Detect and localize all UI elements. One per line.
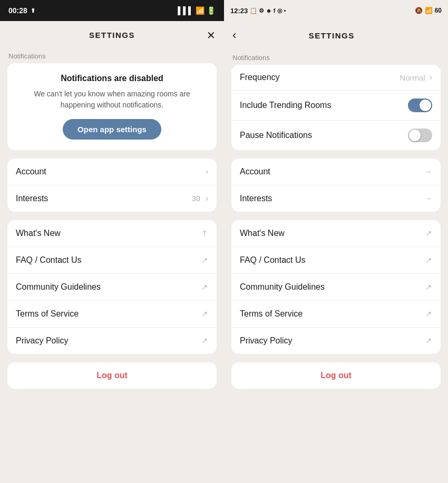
- right-links-section: What's New ↗ FAQ / Contact Us ↗ Communit…: [231, 220, 441, 354]
- left-header: SETTINGS ✕: [0, 21, 224, 46]
- left-whats-new-right: ↗: [201, 229, 208, 238]
- external-link-icon-4: ↗: [201, 309, 208, 319]
- right-tos-right: ↗: [425, 309, 432, 319]
- right-trending-label: Include Trending Rooms: [240, 101, 331, 110]
- right-privacy-right: ↗: [425, 336, 432, 346]
- left-account-label: Account: [16, 167, 46, 176]
- right-logout-section: Log out: [231, 362, 441, 389]
- ext-icon-2: ↗: [425, 255, 432, 265]
- wifi-icon-right: 📶: [425, 7, 433, 14]
- right-status-icons: 📋 ⚙ ☻ f ◎ •: [250, 7, 286, 14]
- smiley-icon: ☻: [266, 7, 272, 14]
- left-faq-right: ↗: [201, 255, 208, 265]
- facebook-icon: f: [274, 7, 276, 14]
- left-faq-item[interactable]: FAQ / Contact Us ↗: [7, 247, 217, 274]
- left-community-right: ↗: [201, 282, 208, 292]
- left-tos-item[interactable]: Terms of Service ↗: [7, 301, 217, 328]
- ext-icon-3: ↗: [425, 282, 432, 292]
- left-interests-label: Interests: [16, 194, 48, 203]
- chevron-right-interests: →: [424, 194, 432, 203]
- right-faq-label: FAQ / Contact Us: [240, 255, 305, 265]
- left-account-item[interactable]: Account ›: [7, 159, 217, 185]
- left-account-right: ›: [206, 167, 208, 176]
- left-privacy-label: Privacy Policy: [16, 336, 69, 346]
- frequency-value: Normal: [400, 73, 425, 82]
- close-button[interactable]: ✕: [207, 29, 216, 42]
- right-frequency-row[interactable]: Frequency Normal ›: [231, 65, 441, 91]
- left-whats-new-item[interactable]: What's New ↗: [7, 220, 217, 247]
- right-community-right: ↗: [425, 282, 432, 292]
- chevron-right-account: →: [424, 167, 432, 176]
- instagram-icon: ◎: [277, 7, 283, 14]
- battery-icon: 🔋: [207, 6, 216, 15]
- right-pause-label: Pause Notifications: [240, 131, 312, 140]
- ext-icon-4: ↗: [425, 309, 432, 319]
- right-panel: 12:23 📋 ⚙ ☻ f ◎ • 🔕 📶 60 ‹ SETTINGS Noti…: [224, 0, 448, 483]
- right-tos-label: Terms of Service: [240, 309, 303, 319]
- right-title: SETTINGS: [240, 31, 423, 40]
- left-whats-new-label: What's New: [16, 229, 61, 238]
- external-link-icon-1: ↗: [199, 228, 211, 239]
- left-privacy-item[interactable]: Privacy Policy ↗: [7, 328, 217, 354]
- right-faq-item[interactable]: FAQ / Contact Us ↗: [231, 247, 441, 274]
- right-logout-button[interactable]: Log out: [231, 362, 441, 389]
- time-right: 12:23: [230, 7, 248, 15]
- gear-icon-status: ⚙: [259, 7, 264, 14]
- back-button[interactable]: ‹: [232, 28, 240, 42]
- ext-icon-5: ↗: [425, 336, 432, 346]
- card-body: We can't let you know when amazing rooms…: [16, 88, 208, 111]
- right-community-label: Community Guidelines: [240, 282, 325, 292]
- chevron-right-icon-interests: ›: [206, 194, 208, 203]
- left-tos-label: Terms of Service: [16, 309, 79, 319]
- pause-toggle[interactable]: [408, 129, 432, 142]
- left-logout-button[interactable]: Log out: [7, 362, 217, 389]
- right-pause-row: Pause Notifications: [231, 121, 441, 150]
- right-community-item[interactable]: Community Guidelines ↗: [231, 274, 441, 301]
- right-frequency-right: Normal ›: [400, 73, 432, 82]
- clipboard-icon: 📋: [250, 7, 257, 14]
- right-account-item[interactable]: Account →: [231, 159, 441, 185]
- right-whats-new-item[interactable]: What's New ↗: [231, 220, 441, 247]
- left-notifications-label: Notifications: [0, 48, 224, 63]
- right-frequency-label: Frequency: [240, 73, 280, 82]
- right-interests-item[interactable]: Interests →: [231, 185, 441, 212]
- trending-toggle[interactable]: [408, 98, 432, 112]
- right-tos-item[interactable]: Terms of Service ↗: [231, 301, 441, 328]
- right-trending-row: Include Trending Rooms: [231, 91, 441, 121]
- right-interests-right: →: [424, 194, 432, 203]
- card-title: Notifications are disabled: [16, 74, 208, 83]
- right-account-right: →: [424, 167, 432, 176]
- right-scroll-content: Notifications Frequency Normal › Include…: [224, 47, 448, 483]
- status-bar-left: 00:28 ⬆ ▌▌▌ 📶 🔋: [0, 0, 224, 21]
- right-interests-label: Interests: [240, 194, 272, 203]
- left-interests-item[interactable]: Interests 30 ›: [7, 185, 217, 212]
- chevron-right-frequency: ›: [430, 73, 432, 82]
- left-panel: 00:28 ⬆ ▌▌▌ 📶 🔋 SETTINGS ✕ Notifications…: [0, 0, 224, 483]
- open-app-settings-button[interactable]: Open app settings: [63, 119, 161, 140]
- left-community-item[interactable]: Community Guidelines ↗: [7, 274, 217, 301]
- right-notifications-section: Frequency Normal › Include Trending Room…: [231, 65, 441, 150]
- left-title: SETTINGS: [89, 31, 135, 40]
- left-links-section: What's New ↗ FAQ / Contact Us ↗ Communit…: [7, 220, 217, 354]
- external-link-icon-5: ↗: [201, 336, 208, 346]
- location-icon: ⬆: [31, 7, 35, 14]
- right-account-label: Account: [240, 167, 270, 176]
- left-interests-right: 30 ›: [192, 194, 208, 203]
- wifi-icon: 📶: [196, 6, 204, 15]
- external-link-icon-3: ↗: [201, 282, 208, 292]
- status-icons-left: ▌▌▌ 📶 🔋: [178, 6, 216, 15]
- battery-icon-right: 60: [435, 7, 442, 14]
- left-tos-right: ↗: [201, 309, 208, 319]
- right-privacy-label: Privacy Policy: [240, 336, 293, 346]
- dot-icon: •: [284, 7, 286, 14]
- left-scroll-content: Notifications Notifications are disabled…: [0, 46, 224, 483]
- right-faq-right: ↗: [425, 255, 432, 265]
- mute-icon: 🔕: [415, 7, 423, 14]
- left-community-label: Community Guidelines: [16, 282, 101, 292]
- ext-icon-1: ↗: [425, 229, 432, 238]
- right-account-section: Account → Interests →: [231, 159, 441, 212]
- external-link-icon-2: ↗: [201, 255, 208, 265]
- right-whats-new-right: ↗: [425, 229, 432, 238]
- right-privacy-item[interactable]: Privacy Policy ↗: [231, 328, 441, 354]
- right-whats-new-label: What's New: [240, 229, 285, 238]
